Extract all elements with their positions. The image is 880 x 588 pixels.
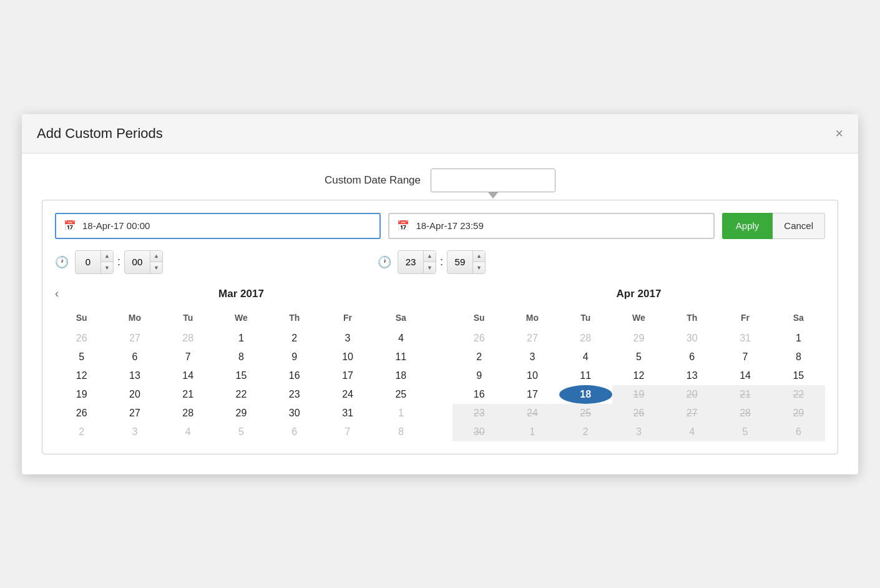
list-item[interactable]: 26 [452, 329, 506, 348]
list-item[interactable]: 10 [321, 348, 374, 366]
list-item[interactable]: 10 [506, 366, 559, 385]
list-item[interactable]: 1 [506, 423, 559, 441]
list-item[interactable]: 21 [162, 385, 215, 404]
list-item[interactable]: 30 [665, 329, 718, 348]
start-date-field[interactable]: 📅 18-Apr-17 00:00 [55, 213, 381, 239]
list-item[interactable]: 16 [268, 366, 321, 385]
list-item[interactable]: 11 [559, 366, 612, 385]
list-item[interactable]: 3 [321, 329, 374, 348]
list-item[interactable]: 1 [215, 329, 268, 348]
list-item[interactable]: 8 [772, 348, 825, 366]
list-item[interactable]: 7 [718, 348, 771, 366]
list-item[interactable]: 4 [162, 423, 215, 441]
list-item[interactable]: 28 [162, 329, 215, 348]
apply-button[interactable]: Apply [722, 213, 773, 239]
list-item[interactable]: 18 [374, 366, 428, 385]
start-hour-up[interactable]: ▲ [101, 250, 113, 263]
list-item[interactable]: 14 [718, 366, 771, 385]
list-item[interactable]: 26 [55, 329, 108, 348]
list-item[interactable]: 22 [215, 385, 268, 404]
cancel-button[interactable]: Cancel [773, 213, 825, 239]
list-item[interactable]: 15 [215, 366, 268, 385]
list-item[interactable]: 23 [452, 404, 506, 423]
list-item[interactable]: 31 [321, 404, 374, 423]
list-item[interactable]: 27 [506, 329, 559, 348]
list-item[interactable]: 3 [506, 348, 559, 366]
list-item[interactable]: 4 [559, 348, 612, 366]
list-item[interactable]: 11 [374, 348, 428, 366]
list-item[interactable]: 21 [718, 385, 771, 404]
list-item[interactable]: 24 [506, 404, 559, 423]
list-item[interactable]: 27 [108, 404, 161, 423]
list-item[interactable]: 17 [506, 385, 559, 404]
start-hour-spinner[interactable]: 0 ▲ ▼ [75, 250, 114, 274]
list-item[interactable]: 19 [612, 385, 665, 404]
list-item[interactable]: 8 [215, 348, 268, 366]
list-item[interactable]: 12 [612, 366, 665, 385]
list-item[interactable]: 2 [55, 423, 108, 441]
list-item[interactable]: 23 [268, 385, 321, 404]
list-item[interactable]: 17 [321, 366, 374, 385]
start-minute-up[interactable]: ▲ [150, 250, 162, 263]
list-item[interactable]: 26 [55, 404, 108, 423]
prev-month-button[interactable]: ‹ [55, 287, 59, 300]
end-minute-up[interactable]: ▲ [473, 250, 485, 263]
list-item[interactable]: 5 [215, 423, 268, 441]
list-item[interactable]: 1 [374, 404, 428, 423]
list-item[interactable]: 1 [772, 329, 825, 348]
list-item[interactable]: 25 [374, 385, 428, 404]
list-item[interactable]: 29 [772, 404, 825, 423]
list-item[interactable]: 31 [718, 329, 771, 348]
end-hour-up[interactable]: ▲ [424, 250, 436, 263]
list-item[interactable]: 28 [718, 404, 771, 423]
list-item[interactable]: 28 [162, 404, 215, 423]
list-item[interactable]: 13 [665, 366, 718, 385]
list-item[interactable]: 13 [108, 366, 161, 385]
end-hour-spinner[interactable]: 23 ▲ ▼ [398, 250, 436, 274]
list-item[interactable]: 24 [321, 385, 374, 404]
close-button[interactable]: × [835, 127, 843, 140]
list-item[interactable]: 22 [772, 385, 825, 404]
list-item[interactable]: 14 [162, 366, 215, 385]
list-item[interactable]: 5 [718, 423, 771, 441]
end-minute-spinner[interactable]: 59 ▲ ▼ [447, 250, 486, 274]
period-name-input[interactable] [431, 169, 555, 192]
list-item[interactable]: 9 [268, 348, 321, 366]
list-item[interactable]: 6 [665, 348, 718, 366]
list-item[interactable]: 4 [665, 423, 718, 441]
list-item[interactable]: 3 [108, 423, 161, 441]
list-item[interactable]: 27 [665, 404, 718, 423]
end-minute-down[interactable]: ▼ [473, 262, 485, 274]
list-item[interactable]: 12 [55, 366, 108, 385]
selected-date[interactable]: 18 [559, 385, 612, 404]
end-hour-down[interactable]: ▼ [424, 262, 436, 274]
list-item[interactable]: 7 [321, 423, 374, 441]
list-item[interactable]: 8 [374, 423, 428, 441]
list-item[interactable]: 4 [374, 329, 428, 348]
list-item[interactable]: 20 [108, 385, 161, 404]
list-item[interactable]: 19 [55, 385, 108, 404]
list-item[interactable]: 6 [268, 423, 321, 441]
list-item[interactable]: 2 [559, 423, 612, 441]
end-date-field[interactable]: 📅 18-Apr-17 23:59 [388, 213, 714, 239]
list-item[interactable]: 5 [612, 348, 665, 366]
list-item[interactable]: 6 [108, 348, 161, 366]
list-item[interactable]: 27 [108, 329, 161, 348]
list-item[interactable]: 16 [452, 385, 506, 404]
list-item[interactable]: 5 [55, 348, 108, 366]
start-minute-spinner[interactable]: 00 ▲ ▼ [124, 250, 163, 274]
list-item[interactable]: 30 [452, 423, 506, 441]
list-item[interactable]: 28 [559, 329, 612, 348]
start-hour-down[interactable]: ▼ [101, 262, 113, 274]
list-item[interactable]: 2 [452, 348, 506, 366]
list-item[interactable]: 3 [612, 423, 665, 441]
list-item[interactable]: 6 [772, 423, 825, 441]
list-item[interactable]: 20 [665, 385, 718, 404]
list-item[interactable]: 15 [772, 366, 825, 385]
list-item[interactable]: 30 [268, 404, 321, 423]
list-item[interactable]: 2 [268, 329, 321, 348]
list-item[interactable]: 9 [452, 366, 506, 385]
start-minute-down[interactable]: ▼ [150, 262, 162, 274]
list-item[interactable]: 26 [612, 404, 665, 423]
list-item[interactable]: 29 [612, 329, 665, 348]
